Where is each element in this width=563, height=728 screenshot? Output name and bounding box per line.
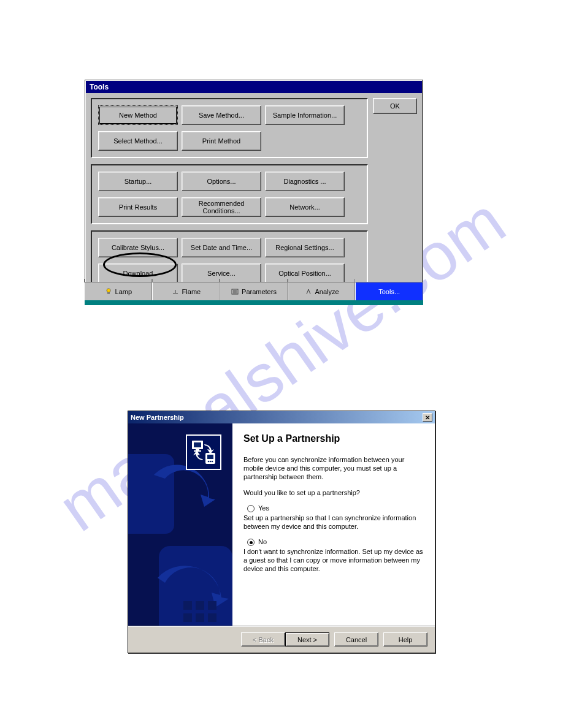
svg-point-25 bbox=[212, 461, 213, 463]
svg-rect-13 bbox=[208, 601, 216, 610]
partnership-title-text: New Partnership bbox=[131, 414, 184, 421]
wizard-content: Set Up a Partnership Before you can sync… bbox=[232, 423, 435, 626]
print-results-button[interactable]: Print Results bbox=[98, 197, 178, 217]
svg-rect-12 bbox=[196, 601, 204, 610]
tools-group-method: New Method Save Method... Sample Informa… bbox=[91, 98, 368, 158]
tab-flame[interactable]: Flame bbox=[152, 282, 220, 300]
flame-icon bbox=[171, 287, 180, 296]
tools-window: Tools New Method Save Method... Sample I… bbox=[85, 80, 423, 297]
tools-titlebar: Tools bbox=[86, 81, 422, 93]
radio-icon bbox=[247, 539, 255, 546]
wizard-sidebar-graphic bbox=[128, 423, 232, 626]
svg-rect-15 bbox=[196, 613, 204, 622]
new-partnership-window: New Partnership ✕ bbox=[128, 411, 435, 653]
network-button[interactable]: Network... bbox=[265, 197, 345, 217]
ok-button[interactable]: OK bbox=[373, 98, 417, 114]
tab-lamp[interactable]: Lamp bbox=[85, 282, 152, 300]
radio-yes-label: Yes bbox=[258, 504, 269, 512]
document-page: manualshive.com Tools New Method Save Me… bbox=[0, 0, 563, 728]
calibrate-stylus-button[interactable]: Calibrate Stylus... bbox=[98, 238, 178, 257]
set-date-time-button[interactable]: Set Date and Time... bbox=[182, 238, 261, 257]
sync-icon bbox=[186, 434, 221, 470]
recommended-conditions-button[interactable]: Recommended Conditions... bbox=[182, 197, 261, 217]
radio-icon bbox=[247, 505, 255, 512]
wizard-heading: Set Up a Partnership bbox=[243, 433, 424, 444]
svg-point-23 bbox=[208, 461, 210, 463]
lamp-icon bbox=[104, 287, 113, 296]
svg-point-24 bbox=[210, 461, 212, 463]
radio-option-yes[interactable]: Yes bbox=[247, 504, 424, 512]
close-button[interactable]: ✕ bbox=[423, 413, 432, 422]
tools-group-setup: Startup... Options... Diagnostics ... Pr… bbox=[91, 164, 368, 224]
regional-settings-button[interactable]: Regional Settings... bbox=[265, 238, 345, 257]
print-method-button[interactable]: Print Method bbox=[182, 131, 261, 151]
radio-no-label: No bbox=[258, 538, 267, 545]
tab-label: Flame bbox=[182, 288, 201, 295]
wizard-button-bar: < Back Next > Cancel Help bbox=[128, 626, 435, 653]
svg-rect-18 bbox=[194, 442, 201, 447]
tab-label: Lamp bbox=[115, 288, 132, 295]
partnership-titlebar: New Partnership ✕ bbox=[128, 411, 435, 423]
help-button[interactable]: Help bbox=[383, 632, 427, 646]
svg-rect-11 bbox=[183, 601, 192, 610]
radio-yes-description: Set up a partnership so that I can synch… bbox=[243, 514, 424, 531]
bottom-tab-bar: Lamp Flame Parameters Analyze Tools... bbox=[85, 282, 423, 300]
svg-rect-9 bbox=[128, 454, 174, 534]
save-method-button[interactable]: Save Method... bbox=[182, 105, 261, 125]
svg-rect-22 bbox=[207, 455, 213, 459]
svg-rect-14 bbox=[183, 613, 192, 622]
tab-analyze[interactable]: Analyze bbox=[288, 282, 356, 300]
tab-tools[interactable]: Tools... bbox=[355, 282, 423, 300]
back-button[interactable]: < Back bbox=[241, 632, 285, 646]
tab-label: Tools... bbox=[378, 288, 400, 295]
radio-option-no[interactable]: No bbox=[247, 538, 424, 546]
tab-label: Parameters bbox=[242, 288, 277, 295]
next-button[interactable]: Next > bbox=[285, 632, 329, 646]
wizard-intro-text: Before you can synchronize information b… bbox=[243, 455, 424, 481]
new-method-button[interactable]: New Method bbox=[98, 105, 178, 125]
svg-rect-3 bbox=[175, 290, 176, 293]
svg-rect-2 bbox=[173, 293, 178, 294]
tab-parameters[interactable]: Parameters bbox=[220, 282, 288, 300]
parameters-icon bbox=[231, 287, 239, 296]
svg-rect-19 bbox=[196, 449, 199, 450]
options-button[interactable]: Options... bbox=[182, 172, 261, 191]
analyze-icon bbox=[304, 287, 313, 296]
startup-button[interactable]: Startup... bbox=[98, 172, 178, 191]
diagnostics-button[interactable]: Diagnostics ... bbox=[265, 172, 345, 191]
taskbar-strip bbox=[85, 300, 423, 305]
cancel-button[interactable]: Cancel bbox=[334, 632, 378, 646]
wizard-question-text: Would you like to set up a partnership? bbox=[243, 488, 424, 497]
svg-rect-1 bbox=[107, 292, 110, 294]
sample-information-button[interactable]: Sample Information... bbox=[265, 105, 345, 125]
svg-rect-16 bbox=[208, 613, 216, 622]
tab-label: Analyze bbox=[315, 288, 339, 295]
select-method-button[interactable]: Select Method... bbox=[98, 131, 178, 151]
radio-no-description: I don't want to synchronize information.… bbox=[243, 547, 424, 573]
svg-point-0 bbox=[107, 289, 110, 292]
close-icon: ✕ bbox=[425, 414, 430, 421]
